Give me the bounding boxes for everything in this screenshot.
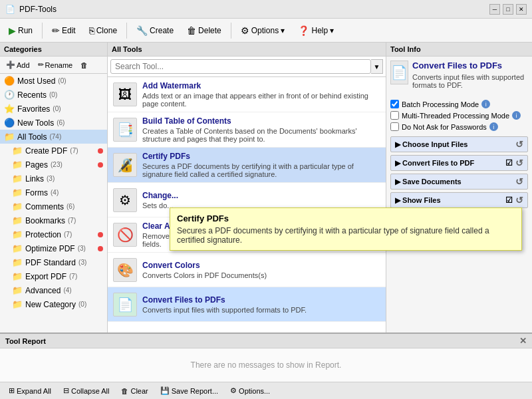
delete-category-button[interactable]: 🗑 <box>77 59 91 71</box>
sidebar-item-favorites[interactable]: ⭐ Favorites (0) <box>0 102 107 116</box>
edit-icon: ✏ <box>52 25 60 36</box>
main-container: Categories ➕ Add ✏ Rename 🗑 🟠 Most Used … <box>0 43 532 332</box>
all-tools-icon: 📁 <box>4 132 15 142</box>
maximize-button[interactable]: □ <box>503 4 513 15</box>
tool-report-title: Tool Report <box>5 337 46 345</box>
export-pdf-icon: 📁 <box>12 271 23 281</box>
add-watermark-icon: 🖼 <box>113 82 137 106</box>
tool-build-toc[interactable]: 📑 Build Table of Contents Creates a Tabl… <box>108 112 386 148</box>
save-report-button[interactable]: 💾 Save Report... <box>156 384 223 397</box>
optimize-icon: 📁 <box>12 243 23 253</box>
sidebar-list: 🟠 Most Used (0) 🕐 Recents (0) ⭐ Favorite… <box>0 74 107 332</box>
sidebar-item-advanced[interactable]: 📁 Advanced (4) <box>0 283 107 297</box>
dot-indicator <box>98 246 103 251</box>
convert-check[interactable]: ☑ <box>505 158 513 168</box>
clear-button[interactable]: 🗑 Clear <box>116 385 152 397</box>
no-messages-text: There are no messages to show in Report. <box>191 360 342 370</box>
create-icon: 🔧 <box>136 25 148 36</box>
all-tools-header: All Tools <box>108 43 386 57</box>
tool-info-desc: Converts input files with supported form… <box>412 73 528 89</box>
clone-button[interactable]: ⎘ Clone <box>83 23 123 39</box>
create-button[interactable]: 🔧 Create <box>130 23 180 39</box>
pdf-standard-icon: 📁 <box>12 257 23 267</box>
multi-thread-checkbox[interactable] <box>390 111 399 120</box>
sidebar-item-export-pdf[interactable]: 📁 Export PDF (7) <box>0 269 107 283</box>
bottom-close-button[interactable]: ✕ <box>519 336 527 346</box>
options-button[interactable]: ⚙ Options ▾ <box>235 23 291 39</box>
toolbar-separator <box>42 23 43 39</box>
tool-convert-colors[interactable]: 🎨 Convert Colors Converts Colors in PDF … <box>108 253 386 287</box>
dot-indicator <box>98 162 103 168</box>
options-icon: ⚙ <box>241 25 249 36</box>
run-icon: ▶ <box>9 25 16 36</box>
tool-info-content: 📄 Convert Files to PDFs Converts input f… <box>386 57 532 215</box>
dot-indicator <box>98 232 103 237</box>
sidebar-item-all-tools[interactable]: 📁 All Tools (74) <box>0 130 107 144</box>
delete-button[interactable]: 🗑 Delete <box>181 23 227 39</box>
convert-reset[interactable]: ↺ <box>515 158 523 168</box>
choose-input-section[interactable]: ▶ Choose Input Files ↺ <box>390 136 528 152</box>
save-documents-section[interactable]: ▶ Save Documents ↺ <box>390 174 528 190</box>
bottom-options-button[interactable]: ⚙ Options... <box>225 384 275 397</box>
tool-add-watermark[interactable]: 🖼 Add Watermark Adds text or an image th… <box>108 77 386 112</box>
new-category-icon: 📁 <box>12 299 23 309</box>
no-ask-passwords-checkbox[interactable] <box>390 122 399 131</box>
run-button[interactable]: ▶ Run <box>3 23 39 39</box>
sidebar-item-new-tools[interactable]: 🔵 New Tools (6) <box>0 116 107 130</box>
bottom-section: Tool Report ✕ There are no messages to s… <box>0 332 532 399</box>
sidebar-item-new-category[interactable]: 📁 New Category (0) <box>0 297 107 311</box>
tool-info-icon: 📄 <box>390 61 408 84</box>
clear-icon: 🗑 <box>121 387 128 395</box>
sidebar-item-protection[interactable]: 📁 Protection (7) <box>0 227 107 241</box>
show-files-reset[interactable]: ↺ <box>515 195 523 205</box>
search-dropdown-button[interactable]: ▼ <box>371 59 383 74</box>
sidebar-item-links[interactable]: 📁 Links (3) <box>0 172 107 186</box>
sidebar-item-pages[interactable]: 📁 Pages (23) <box>0 158 107 172</box>
title-bar-left: 📄 PDF-Tools <box>5 5 57 14</box>
sidebar-item-comments[interactable]: 📁 Comments (6) <box>0 200 107 213</box>
edit-button[interactable]: ✏ Edit <box>46 23 82 39</box>
tool-certify-pdfs[interactable]: 🔏 Certify PDFs Secures a PDF documents b… <box>108 148 386 183</box>
tool-convert-files[interactable]: 📄 Convert Files to PDFs Converts input f… <box>108 287 386 322</box>
comments-icon: 📁 <box>12 201 23 211</box>
expand-all-button[interactable]: ⊞ Expand All <box>4 384 56 397</box>
sidebar-item-recents[interactable]: 🕐 Recents (0) <box>0 88 107 102</box>
right-panel: Tool Info 📄 Convert Files to PDFs Conver… <box>386 43 532 332</box>
bottom-content: There are no messages to show in Report. <box>0 348 532 382</box>
toolbar-separator-2 <box>126 23 127 39</box>
convert-to-pdf-section[interactable]: ▶ Convert Files to PDF ☑ ↺ <box>390 155 528 171</box>
search-bar: ▼ <box>108 57 386 77</box>
close-button[interactable]: ✕ <box>516 4 527 15</box>
clear-sigs-icon: 🚫 <box>113 223 137 247</box>
tool-info-title: Convert Files to PDFs <box>412 61 528 70</box>
sidebar-item-pdf-standard[interactable]: 📁 PDF Standard (3) <box>0 255 107 269</box>
help-button[interactable]: ❓ Help ▾ <box>292 23 340 39</box>
links-icon: 📁 <box>12 174 23 184</box>
app-icon: 📄 <box>5 5 15 14</box>
create-pdf-icon: 📁 <box>12 146 23 156</box>
new-tools-icon: 🔵 <box>4 118 15 128</box>
expand-all-icon: ⊞ <box>9 386 15 395</box>
categories-header: Categories <box>0 43 107 57</box>
collapse-all-button[interactable]: ⊟ Collapse All <box>59 384 114 397</box>
pages-icon: 📁 <box>12 160 23 170</box>
build-toc-icon: 📑 <box>113 118 137 142</box>
add-category-button[interactable]: ➕ Add <box>3 59 33 71</box>
minimize-button[interactable]: ─ <box>489 4 500 15</box>
sidebar-item-optimize-pdf[interactable]: 📁 Optimize PDF (3) <box>0 241 107 255</box>
save-reset[interactable]: ↺ <box>515 176 523 187</box>
clone-icon: ⎘ <box>89 25 94 36</box>
batch-processing-checkbox[interactable] <box>390 100 399 108</box>
search-input[interactable] <box>110 59 371 74</box>
sidebar-item-bookmarks[interactable]: 📁 Bookmarks (7) <box>0 213 107 227</box>
show-files-check[interactable]: ☑ <box>505 196 513 205</box>
sidebar-item-forms[interactable]: 📁 Forms (4) <box>0 186 107 200</box>
rename-category-button[interactable]: ✏ Rename <box>35 59 76 71</box>
center-panel: All Tools ▼ 🖼 Add Watermark Adds text or… <box>108 43 386 332</box>
no-ask-info-icon: i <box>489 122 498 131</box>
choose-input-reset[interactable]: ↺ <box>515 139 523 150</box>
dot-indicator <box>98 148 103 154</box>
sidebar-item-most-used[interactable]: 🟠 Most Used (0) <box>0 74 107 88</box>
sidebar-item-create-pdf[interactable]: 📁 Create PDF (7) <box>0 144 107 158</box>
show-files-section[interactable]: ▶ Show Files ☑ ↺ <box>390 192 528 208</box>
